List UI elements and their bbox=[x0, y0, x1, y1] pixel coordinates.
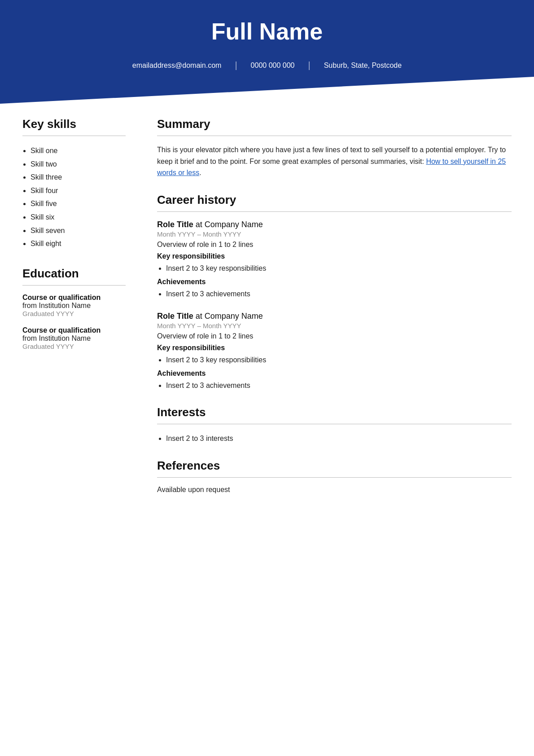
interests-list: Insert 2 to 3 interests bbox=[157, 432, 512, 444]
job-role-title-1: Role Title bbox=[157, 220, 193, 229]
education-section: Education Course or qualification from I… bbox=[22, 267, 126, 350]
summary-section: Summary This is your elevator pitch wher… bbox=[157, 117, 512, 179]
email: emailaddress@domain.com bbox=[132, 62, 222, 70]
separator-2: | bbox=[308, 60, 310, 70]
location: Suburb, State, Postcode bbox=[324, 62, 402, 70]
job-responsibilities-heading-1: Key responsibilities bbox=[157, 252, 512, 260]
job-title-line-2: Role Title at Company Name bbox=[157, 312, 512, 321]
interests-section: Interests Insert 2 to 3 interests bbox=[157, 405, 512, 444]
header-diagonal bbox=[0, 77, 534, 104]
skill-item-4: Skill four bbox=[31, 184, 126, 198]
skill-item-8: Skill eight bbox=[31, 237, 126, 251]
career-history-divider bbox=[157, 211, 512, 212]
skill-item-6: Skill six bbox=[31, 211, 126, 224]
job-achievements-list-1: Insert 2 to 3 achievements bbox=[157, 288, 512, 300]
edu-course-2: Course or qualification bbox=[22, 326, 126, 334]
key-skills-divider bbox=[22, 136, 126, 136]
job-achievement-2-1: Insert 2 to 3 achievements bbox=[166, 379, 512, 391]
right-column: Summary This is your elevator pitch wher… bbox=[139, 113, 534, 516]
interest-item-1: Insert 2 to 3 interests bbox=[166, 432, 512, 444]
job-responsibilities-list-2: Insert 2 to 3 key responsibilities bbox=[157, 354, 512, 366]
skill-item-5: Skill five bbox=[31, 197, 126, 211]
summary-link-end: . bbox=[199, 169, 201, 176]
edu-institution-2: from Institution Name bbox=[22, 334, 126, 343]
job-achievements-list-2: Insert 2 to 3 achievements bbox=[157, 379, 512, 391]
job-entry-1: Role Title at Company Name Month YYYY – … bbox=[157, 220, 512, 300]
resume-page: Full Name emailaddress@domain.com | 0000… bbox=[0, 0, 534, 756]
education-divider bbox=[22, 285, 126, 286]
job-achievements-heading-1: Achievements bbox=[157, 278, 512, 286]
skills-list: Skill one Skill two Skill three Skill fo… bbox=[22, 144, 126, 251]
career-history-heading: Career history bbox=[157, 193, 512, 207]
interests-heading: Interests bbox=[157, 405, 512, 419]
edu-entry-1: Course or qualification from Institution… bbox=[22, 294, 126, 317]
job-overview-1: Overview of role in 1 to 2 lines bbox=[157, 241, 512, 249]
job-achievement-1-1: Insert 2 to 3 achievements bbox=[166, 288, 512, 300]
job-dates-1: Month YYYY – Month YYYY bbox=[157, 230, 512, 238]
phone: 0000 000 000 bbox=[251, 62, 295, 70]
references-heading: References bbox=[157, 459, 512, 473]
skill-item-1: Skill one bbox=[31, 144, 126, 158]
contact-bar: emailaddress@domain.com | 0000 000 000 |… bbox=[27, 54, 507, 77]
references-section: References Available upon request bbox=[157, 459, 512, 494]
skill-item-7: Skill seven bbox=[31, 224, 126, 237]
career-history-section: Career history Role Title at Company Nam… bbox=[157, 193, 512, 392]
job-responsibility-2-1: Insert 2 to 3 key responsibilities bbox=[166, 354, 512, 366]
references-text: Available upon request bbox=[157, 486, 512, 494]
summary-text: This is your elevator pitch where you ha… bbox=[157, 144, 512, 179]
interests-divider bbox=[157, 424, 512, 424]
separator-1: | bbox=[235, 60, 237, 70]
edu-course-1: Course or qualification bbox=[22, 294, 126, 302]
summary-heading: Summary bbox=[157, 117, 512, 131]
job-dates-2: Month YYYY – Month YYYY bbox=[157, 322, 512, 330]
job-company-1: Company Name bbox=[205, 220, 263, 229]
key-skills-section: Key skills Skill one Skill two Skill thr… bbox=[22, 117, 126, 251]
key-skills-heading: Key skills bbox=[22, 117, 126, 131]
job-responsibility-1-1: Insert 2 to 3 key responsibilities bbox=[166, 262, 512, 274]
full-name: Full Name bbox=[27, 18, 507, 54]
edu-institution-1: from Institution Name bbox=[22, 302, 126, 310]
skill-item-2: Skill two bbox=[31, 158, 126, 171]
job-title-line-1: Role Title at Company Name bbox=[157, 220, 512, 229]
edu-graduated-2: Graduated YYYY bbox=[22, 343, 126, 350]
references-divider bbox=[157, 477, 512, 478]
left-column: Key skills Skill one Skill two Skill thr… bbox=[0, 113, 139, 516]
skill-item-3: Skill three bbox=[31, 171, 126, 184]
job-entry-2: Role Title at Company Name Month YYYY – … bbox=[157, 312, 512, 391]
job-overview-2: Overview of role in 1 to 2 lines bbox=[157, 332, 512, 340]
job-achievements-heading-2: Achievements bbox=[157, 369, 512, 378]
job-company-2: Company Name bbox=[205, 312, 263, 321]
job-responsibilities-heading-2: Key responsibilities bbox=[157, 344, 512, 352]
edu-entry-2: Course or qualification from Institution… bbox=[22, 326, 126, 350]
summary-divider bbox=[157, 136, 512, 136]
body: Key skills Skill one Skill two Skill thr… bbox=[0, 104, 534, 534]
job-at-text-1: at bbox=[193, 220, 205, 229]
job-responsibilities-list-1: Insert 2 to 3 key responsibilities bbox=[157, 262, 512, 274]
education-heading: Education bbox=[22, 267, 126, 281]
header: Full Name emailaddress@domain.com | 0000… bbox=[0, 0, 534, 77]
job-role-title-2: Role Title bbox=[157, 312, 193, 321]
job-at-text-2: at bbox=[193, 312, 205, 321]
edu-graduated-1: Graduated YYYY bbox=[22, 310, 126, 317]
